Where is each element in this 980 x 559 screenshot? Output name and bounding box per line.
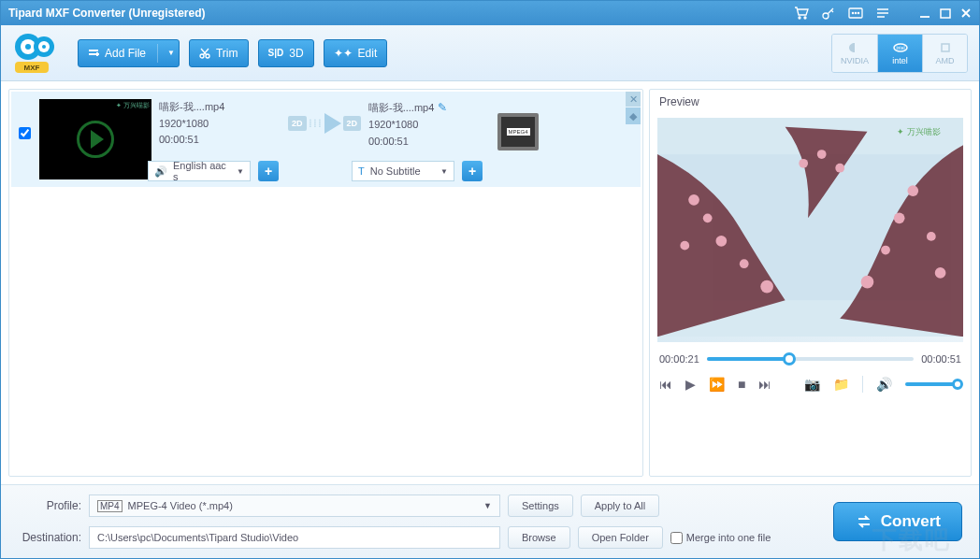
file-checkbox[interactable]: [19, 127, 31, 139]
source-filename: 喵影-我....mp4: [159, 99, 281, 116]
cart-icon[interactable]: [794, 7, 809, 20]
chevron-down-icon: ▼: [483, 501, 492, 510]
app-title: Tipard MXF Converter (Unregistered): [8, 7, 205, 20]
svg-point-0: [799, 17, 800, 19]
3d-button[interactable]: S|D 3D: [258, 39, 314, 67]
arrow-right-icon: [324, 113, 341, 134]
svg-point-28: [680, 241, 689, 251]
svg-point-24: [703, 213, 713, 222]
menu-icon[interactable]: [876, 7, 889, 19]
mpeg-icon: MP4: [97, 500, 122, 512]
gpu-amd-button[interactable]: AMD: [922, 35, 967, 72]
conversion-arrow: 2D ⁞⁞⁞ 2D: [288, 99, 361, 134]
output-resolution: 1920*1080: [368, 117, 490, 134]
main-area: ✦ 万兴喵影 喵影-我....mp4 1920*1080 00:00:51 2D…: [1, 81, 979, 484]
svg-text:✦ 万兴喵影: ✦ 万兴喵影: [897, 127, 940, 136]
chevron-down-icon: ▼: [237, 167, 244, 176]
file-checkbox-wrap: [19, 99, 32, 139]
output-format-icon[interactable]: MPEG4: [497, 113, 539, 150]
next-button[interactable]: ⏭: [758, 377, 771, 392]
seek-thumb[interactable]: [783, 352, 796, 366]
seek-track[interactable]: [707, 357, 914, 361]
source-thumbnail[interactable]: ✦ 万兴喵影: [39, 99, 151, 179]
target-2d-badge: 2D: [343, 116, 362, 131]
svg-point-23: [688, 194, 699, 206]
chevron-down-icon: ▼: [440, 167, 448, 176]
convert-button[interactable]: Convert: [833, 502, 962, 541]
apply-to-all-button[interactable]: Apply to All: [581, 494, 659, 517]
source-info: 喵影-我....mp4 1920*1080 00:00:51: [159, 99, 281, 149]
gpu-intel-button[interactable]: intel intel: [877, 35, 922, 72]
svg-rect-7: [941, 9, 950, 18]
source-2d-badge: 2D: [288, 116, 307, 131]
svg-point-29: [907, 185, 918, 196]
titlebar-actions: [794, 7, 972, 20]
svg-point-36: [817, 150, 827, 159]
svg-point-32: [861, 276, 874, 289]
rename-pencil-icon[interactable]: ✎: [438, 101, 447, 114]
open-folder-button[interactable]: Open Folder: [578, 526, 663, 549]
play-button[interactable]: ▶: [685, 377, 696, 392]
bottom-bar: Profile: MP4 MPEG-4 Video (*.mp4) ▼ Sett…: [1, 484, 979, 558]
output-duration: 00:00:51: [368, 134, 490, 150]
preview-viewport[interactable]: ✦ 万兴喵影: [657, 118, 963, 342]
svg-point-26: [740, 259, 749, 268]
svg-point-5: [855, 12, 856, 13]
svg-text:MXF: MXF: [24, 64, 40, 72]
row-controls: ✕ ◆: [626, 92, 641, 124]
svg-point-37: [835, 164, 844, 173]
open-snapshot-folder-button[interactable]: 📁: [833, 377, 849, 392]
thumb-watermark: ✦ 万兴喵影: [116, 101, 150, 110]
add-audio-button[interactable]: +: [258, 161, 279, 181]
gpu-nvidia-button[interactable]: NVIDIA: [832, 35, 877, 72]
file-item[interactable]: ✦ 万兴喵影 喵影-我....mp4 1920*1080 00:00:51 2D…: [11, 92, 641, 187]
svg-point-27: [760, 280, 773, 294]
merge-checkbox-label[interactable]: Merge into one file: [670, 532, 771, 544]
stop-button[interactable]: ■: [738, 377, 745, 392]
volume-icon[interactable]: 🔊: [876, 377, 892, 392]
volume-slider[interactable]: [905, 382, 961, 386]
source-resolution: 1920*1080: [159, 116, 281, 133]
snapshot-button[interactable]: 📷: [804, 377, 820, 392]
total-time: 00:00:51: [921, 353, 961, 365]
settings-button[interactable]: Settings: [508, 494, 573, 517]
profile-label: Profile:: [16, 499, 81, 512]
svg-point-25: [715, 236, 727, 247]
svg-point-35: [799, 159, 808, 168]
toolbar: MXF Add File ▼ Trim S|D 3D ✦✦ Edit NVIDI…: [1, 25, 979, 81]
svg-point-30: [894, 213, 905, 224]
playback-controls: ⏮ ▶ ⏩ ■ ⏭ 📷 📁 🔊: [650, 372, 971, 402]
merge-checkbox[interactable]: [670, 532, 683, 544]
destination-input[interactable]: [89, 526, 500, 549]
fast-forward-button[interactable]: ⏩: [709, 377, 725, 392]
prev-button[interactable]: ⏮: [659, 377, 672, 392]
feedback-icon[interactable]: [848, 7, 863, 20]
subtitle-icon: T: [358, 165, 365, 177]
source-duration: 00:00:51: [159, 132, 281, 149]
current-time: 00:00:21: [659, 353, 699, 365]
add-file-button[interactable]: Add File ▼: [78, 39, 180, 67]
svg-point-4: [852, 12, 853, 13]
row-expand-button[interactable]: ◆: [626, 108, 641, 124]
svg-point-1: [804, 17, 806, 19]
trim-button[interactable]: Trim: [189, 39, 249, 67]
chevron-down-icon[interactable]: ▼: [167, 49, 175, 57]
play-overlay-icon: [77, 121, 114, 158]
profile-select[interactable]: MP4 MPEG-4 Video (*.mp4) ▼: [89, 494, 500, 517]
svg-text:intel: intel: [896, 45, 904, 50]
minimize-icon[interactable]: [919, 7, 930, 19]
close-icon[interactable]: [960, 7, 972, 19]
browse-button[interactable]: Browse: [508, 526, 570, 549]
edit-button[interactable]: ✦✦ Edit: [324, 39, 388, 67]
svg-point-34: [935, 267, 946, 279]
svg-point-31: [881, 246, 890, 255]
add-subtitle-button[interactable]: +: [462, 161, 483, 181]
maximize-icon[interactable]: [940, 7, 951, 19]
key-icon[interactable]: [822, 7, 835, 20]
output-info: 喵影-我....mp4✎ 1920*1080 00:00:51: [368, 99, 490, 150]
svg-point-13: [42, 45, 46, 49]
row-remove-button[interactable]: ✕: [626, 92, 641, 107]
subtitle-select[interactable]: T No Subtitle ▼: [352, 161, 454, 181]
audio-track-select[interactable]: 🔊 English aac s ▼: [148, 161, 251, 181]
svg-point-33: [927, 232, 936, 241]
